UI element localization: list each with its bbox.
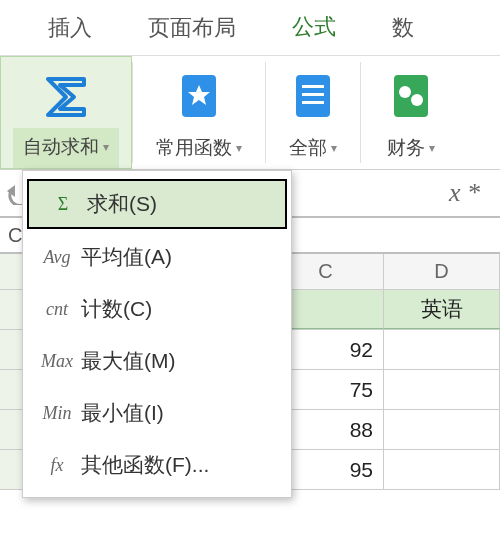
fx-indicator: x * — [449, 178, 500, 208]
svg-rect-3 — [302, 85, 324, 88]
dropdown-item-label: 最小值(I) — [81, 399, 164, 427]
dropdown-item-sum[interactable]: Σ 求和(S) — [27, 179, 287, 229]
cell[interactable] — [384, 450, 500, 489]
dropdown-item-label: 其他函数(F)... — [81, 451, 209, 479]
autosum-label: 自动求和 — [23, 134, 99, 160]
autosum-dropdown: Σ 求和(S) Avg 平均值(A) cnt 计数(C) Max 最大值(M) … — [22, 170, 292, 498]
dropdown-item-label: 平均值(A) — [81, 243, 172, 271]
svg-rect-4 — [302, 93, 324, 96]
dropdown-item-average[interactable]: Avg 平均值(A) — [23, 231, 291, 283]
min-icon: Min — [33, 403, 81, 424]
tab-formula[interactable]: 公式 — [264, 0, 364, 59]
avg-icon: Avg — [33, 247, 81, 268]
fx-text: x * — [449, 178, 480, 208]
svg-point-8 — [411, 94, 423, 106]
list-doc-icon — [290, 66, 336, 126]
svg-point-7 — [399, 86, 411, 98]
dropdown-item-count[interactable]: cnt 计数(C) — [23, 283, 291, 335]
dropdown-item-label: 计数(C) — [81, 295, 152, 323]
row-header[interactable] — [0, 450, 24, 489]
cell[interactable] — [384, 330, 500, 369]
ribbon: 自动求和 ▾ 常用函数 ▾ 全部 ▾ — [0, 56, 500, 170]
ribbon-tabs: 插入 页面布局 公式 数 — [0, 0, 500, 56]
tab-page-layout[interactable]: 页面布局 — [120, 0, 264, 57]
dropdown-item-max[interactable]: Max 最大值(M) — [23, 335, 291, 387]
dropdown-item-min[interactable]: Min 最小值(I) — [23, 387, 291, 439]
caret-down-icon: ▾ — [103, 140, 109, 154]
row-header[interactable] — [0, 410, 24, 449]
all-button[interactable]: 全部 ▾ — [266, 56, 360, 169]
max-icon: Max — [33, 351, 81, 372]
row-header[interactable] — [0, 290, 24, 329]
col-header-d[interactable]: D — [384, 254, 500, 289]
tab-data[interactable]: 数 — [364, 0, 442, 57]
money-doc-icon — [388, 66, 434, 126]
caret-down-icon: ▾ — [331, 141, 337, 155]
cnt-icon: cnt — [33, 299, 81, 320]
fx-icon: fx — [33, 455, 81, 476]
tab-insert[interactable]: 插入 — [20, 0, 120, 57]
finance-label: 财务 — [387, 135, 425, 161]
all-label: 全部 — [289, 135, 327, 161]
row-header[interactable] — [0, 370, 24, 409]
dropdown-item-label: 求和(S) — [87, 190, 157, 218]
cell[interactable] — [384, 410, 500, 449]
cell[interactable] — [384, 370, 500, 409]
caret-down-icon: ▾ — [236, 141, 242, 155]
common-functions-button[interactable]: 常用函数 ▾ — [133, 56, 265, 169]
dropdown-item-other[interactable]: fx 其他函数(F)... — [23, 439, 291, 491]
caret-down-icon: ▾ — [429, 141, 435, 155]
cell-d-header[interactable]: 英语 — [384, 290, 500, 329]
autosum-button[interactable]: 自动求和 ▾ — [0, 56, 132, 169]
row-header[interactable] — [0, 330, 24, 369]
svg-rect-6 — [394, 75, 428, 117]
finance-button[interactable]: 财务 ▾ — [361, 56, 461, 169]
common-functions-label: 常用函数 — [156, 135, 232, 161]
sigma-icon: Σ — [39, 194, 87, 215]
svg-rect-5 — [302, 101, 324, 104]
sigma-icon — [40, 67, 92, 127]
star-doc-icon — [176, 66, 222, 126]
dropdown-item-label: 最大值(M) — [81, 347, 175, 375]
